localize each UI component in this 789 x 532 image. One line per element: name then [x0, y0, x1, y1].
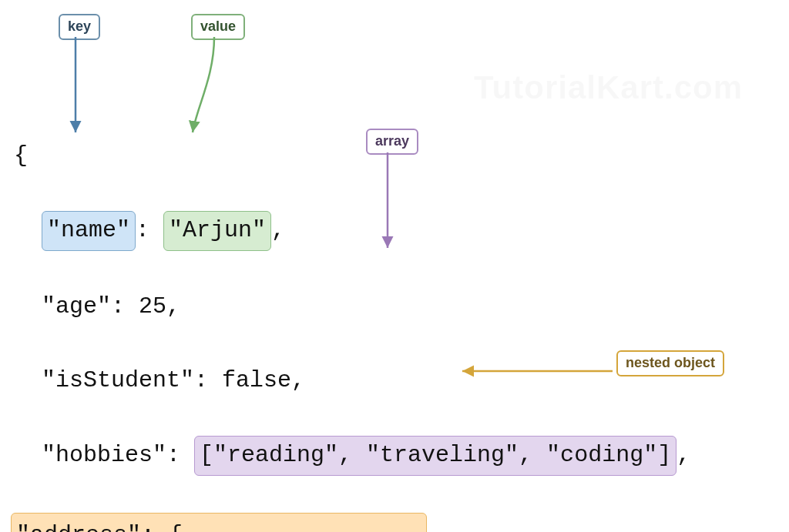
- hobbies-key: "hobbies": [42, 442, 166, 468]
- line-address-block: "address": { "street": "456 Elm Street",…: [14, 513, 690, 532]
- age-key: "age": [42, 293, 111, 320]
- isstudent-value: false: [222, 367, 291, 393]
- line-hobbies: "hobbies": ["reading", "traveling", "cod…: [14, 436, 690, 476]
- line-age: "age": 25,: [14, 288, 690, 325]
- address-key: "address": [16, 522, 141, 532]
- hobbies-array: ["reading", "traveling", "coding"]: [194, 436, 677, 476]
- name-key: "name": [42, 211, 136, 251]
- line-name: "name": "Arjun",: [14, 211, 690, 251]
- address-open-brace: {: [169, 522, 183, 532]
- open-brace: {: [14, 137, 690, 174]
- address-nested-object: "address": { "street": "456 Elm Street",…: [11, 513, 427, 532]
- label-key: key: [59, 14, 100, 40]
- age-value: 25: [139, 293, 166, 320]
- json-code-block: { "name": "Arjun", "age": 25, "isStudent…: [14, 100, 690, 532]
- isstudent-key: "isStudent": [42, 367, 194, 393]
- name-value: "Arjun": [163, 211, 271, 251]
- label-value: value: [191, 14, 245, 40]
- line-isstudent: "isStudent": false,: [14, 362, 690, 399]
